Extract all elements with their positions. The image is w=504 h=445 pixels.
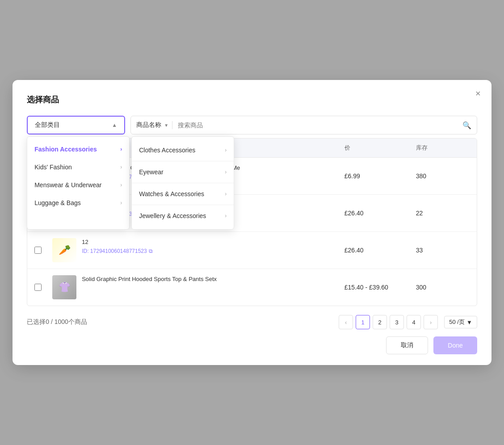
product-thumbnail: 👚 — [52, 275, 76, 299]
arrow-icon: › — [120, 164, 122, 170]
product-cell: 👚 Solid Graphic Print Hooded Sports Top … — [52, 275, 344, 299]
arrow-icon: › — [225, 191, 227, 197]
table-row: 🥕 12 ID: 1729410060148771523 ⧉ £26.40 33 — [27, 232, 477, 269]
product-info: 12 ID: 1729410060148771523 ⧉ — [82, 238, 152, 254]
product-price: £26.40 — [344, 247, 416, 254]
filter-row: 全部类目 ▲ 商品名称 ▼ 🔍 Fashion Accessories › — [27, 116, 477, 134]
done-button[interactable]: Done — [433, 336, 477, 354]
dropdown-item-kids-fashion[interactable]: Kids' Fashion › — [27, 158, 129, 176]
arrow-icon: › — [120, 146, 122, 152]
search-field-label[interactable]: 商品名称 ▼ — [136, 121, 172, 129]
pagination: ‹ 1 2 3 4 › 50 /页 ▼ — [339, 315, 477, 329]
search-bar: 商品名称 ▼ 🔍 — [130, 116, 477, 134]
page-3-button[interactable]: 3 — [390, 315, 404, 329]
row-checkbox[interactable] — [34, 247, 42, 254]
selected-count: 已选择0 / 1000个商品 — [27, 318, 87, 326]
search-input[interactable] — [178, 122, 462, 129]
close-button[interactable]: × — [475, 89, 481, 98]
per-page-select[interactable]: 50 /页 ▼ — [444, 316, 477, 328]
cancel-button[interactable]: 取消 — [386, 336, 428, 354]
row-checkbox[interactable] — [34, 284, 42, 291]
footer-buttons: 取消 Done — [27, 336, 477, 354]
page-2-button[interactable]: 2 — [373, 315, 387, 329]
modal-overlay[interactable]: 选择商品 × 全部类目 ▲ 商品名称 ▼ 🔍 Fashion Accesso — [0, 0, 504, 445]
dropdown-item-clothes-accessories[interactable]: Clothes Accessories › — [132, 140, 234, 160]
dropdown-level1: Fashion Accessories › Kids' Fashion › Me… — [27, 136, 130, 230]
category-dropdown-menu: Fashion Accessories › Kids' Fashion › Me… — [27, 136, 234, 230]
page-1-button[interactable]: 1 — [356, 315, 370, 329]
product-price: £6.99 — [344, 172, 416, 180]
table-row: 👚 Solid Graphic Print Hooded Sports Top … — [27, 269, 477, 306]
product-stock: 300 — [416, 284, 470, 291]
dropdown-item-fashion-accessories[interactable]: Fashion Accessories › — [27, 140, 129, 158]
dropdown-item-menswear[interactable]: Menswear & Underwear › — [27, 176, 129, 194]
product-price: £26.40 — [344, 210, 416, 217]
product-thumbnail: 🥕 — [52, 238, 76, 262]
arrow-icon: › — [120, 182, 122, 188]
next-page-button[interactable]: › — [424, 315, 438, 329]
product-cell: 🥕 12 ID: 1729410060148771523 ⧉ — [52, 238, 344, 262]
prev-page-button[interactable]: ‹ — [339, 315, 353, 329]
product-stock: 33 — [416, 247, 470, 254]
modal-title: 选择商品 — [27, 94, 477, 105]
product-stock: 380 — [416, 172, 470, 180]
arrow-icon: › — [225, 147, 227, 153]
arrow-icon: › — [120, 200, 122, 206]
modal-dialog: 选择商品 × 全部类目 ▲ 商品名称 ▼ 🔍 Fashion Accesso — [13, 80, 491, 365]
dropdown-item-watches-accessories[interactable]: Watches & Accessories › — [132, 184, 234, 204]
product-price: £15.40 - £39.60 — [344, 284, 416, 291]
chevron-up-icon: ▲ — [112, 122, 117, 128]
product-name: 12 — [82, 238, 152, 246]
dropdown-item-jewellery-accessories[interactable]: Jewellery & Accessories › — [132, 206, 234, 226]
product-name: Solid Graphic Print Hooded Sports Top & … — [82, 275, 217, 283]
product-info: Solid Graphic Print Hooded Sports Top & … — [82, 275, 217, 283]
product-id: ID: 1729410060148771523 ⧉ — [82, 248, 152, 254]
category-label: 全部类目 — [35, 121, 60, 129]
copy-icon[interactable]: ⧉ — [149, 248, 153, 254]
page-4-button[interactable]: 4 — [407, 315, 421, 329]
dropdown-level2: Clothes Accessories › Eyewear › Watches … — [131, 136, 234, 230]
dropdown-item-luggage-bags[interactable]: Luggage & Bags › — [27, 194, 129, 212]
arrow-icon: › — [225, 169, 227, 175]
search-icon: 🔍 — [462, 121, 471, 130]
dropdown-item-eyewear[interactable]: Eyewear › — [132, 162, 234, 182]
chevron-down-icon: ▼ — [164, 123, 168, 128]
category-dropdown[interactable]: 全部类目 ▲ — [27, 116, 125, 134]
modal-footer: 已选择0 / 1000个商品 ‹ 1 2 3 4 › 50 /页 ▼ — [27, 315, 477, 329]
arrow-icon: › — [225, 213, 227, 219]
product-stock: 22 — [416, 210, 470, 217]
chevron-down-icon: ▼ — [466, 319, 472, 326]
